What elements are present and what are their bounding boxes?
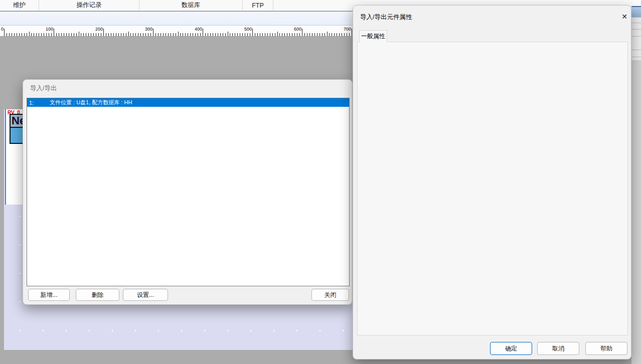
- ruler-tick: [74, 33, 74, 36]
- close-button[interactable]: 关闭: [311, 289, 349, 301]
- ruler-tick: [34, 33, 34, 36]
- ruler-tick: [235, 33, 235, 36]
- panel-titlebar-edge: [631, 6, 641, 17]
- settings-button[interactable]: 设置...: [123, 289, 168, 301]
- close-icon[interactable]: ✕: [619, 11, 630, 22]
- ruler-tick: [121, 33, 121, 36]
- ruler-tick: [148, 33, 148, 36]
- ruler-tick: [56, 33, 57, 36]
- tab-general-properties[interactable]: 一般属性: [359, 30, 387, 42]
- ruler-label: 500: [244, 27, 252, 32]
- ruler-tick: [79, 32, 79, 36]
- import-export-list[interactable]: 1: 文件位置 : U盘1, 配方数据库 : HH: [27, 98, 350, 286]
- ruler-tick: [106, 33, 106, 36]
- ruler-tick: [19, 33, 20, 36]
- ruler-tick: [270, 33, 270, 36]
- ruler-tick: [185, 33, 186, 36]
- ruler-label: 700: [344, 27, 352, 32]
- ruler-tick: [267, 33, 268, 36]
- ruler-tick: [101, 33, 101, 36]
- ruler-tick: [113, 33, 114, 36]
- ruler-tick: [228, 32, 228, 36]
- ruler-tick: [208, 33, 208, 36]
- ruler-tick: [153, 29, 153, 36]
- ruler-tick: [150, 33, 151, 36]
- ruler-tick: [255, 33, 255, 36]
- dialog-title: 导入/导出: [30, 84, 57, 93]
- ruler-tick: [352, 29, 352, 36]
- dialog-title: 导入/导出元件属性: [360, 13, 412, 22]
- ruler-label: 200: [95, 27, 103, 32]
- ruler-tick: [133, 33, 133, 36]
- ruler-tick: [135, 33, 136, 36]
- ruler-tick: [289, 33, 290, 36]
- ruler-tick: [7, 33, 7, 36]
- ruler-tick: [242, 33, 243, 36]
- ruler-tick: [334, 33, 335, 36]
- ruler-tick: [158, 33, 158, 36]
- menu-tab-maintenance[interactable]: 维护: [0, 0, 39, 11]
- ruler-tick: [36, 33, 37, 36]
- ruler-tick: [76, 33, 77, 36]
- ruler-tick: [250, 33, 250, 36]
- ruler-tick: [22, 33, 22, 36]
- ruler-tick: [329, 33, 330, 36]
- ruler-tick: [215, 33, 216, 36]
- ruler-tick: [17, 33, 17, 36]
- menu-tab-operation-log[interactable]: 操作记录: [39, 0, 139, 11]
- ruler-tick: [299, 33, 300, 36]
- menu-tab-database[interactable]: 数据库: [139, 0, 243, 11]
- ruler-tick: [29, 32, 30, 36]
- ruler-tick: [257, 33, 258, 36]
- tab-content-panel: [357, 42, 628, 335]
- menu-tab-ftp[interactable]: FTP: [243, 0, 273, 11]
- list-item[interactable]: 1: 文件位置 : U盘1, 配方数据库 : HH: [27, 98, 349, 107]
- ruler-tick: [347, 33, 347, 36]
- ruler-tick: [218, 33, 218, 36]
- ruler-tick: [27, 33, 27, 36]
- ruler-tick: [54, 29, 54, 36]
- ruler-label: 0: [1, 27, 4, 32]
- ruler-tick: [230, 33, 230, 36]
- ruler-tick: [193, 33, 193, 36]
- ruler-tick: [252, 29, 253, 36]
- ruler-tick: [108, 33, 109, 36]
- ruler-tick: [51, 33, 52, 36]
- ruler-tick: [138, 33, 138, 36]
- ruler-tick: [91, 33, 91, 36]
- list-item-text: 文件位置 : U盘1, 配方数据库 : HH: [50, 99, 132, 106]
- ruler-tick: [247, 33, 248, 36]
- ruler-tick: [297, 33, 297, 36]
- ruler-tick: [319, 33, 320, 36]
- ruler-tick: [103, 29, 104, 36]
- ruler-tick: [307, 33, 307, 36]
- add-button[interactable]: 新增...: [28, 289, 70, 301]
- ruler-tick: [81, 33, 81, 36]
- ruler-tick: [220, 33, 221, 36]
- ok-button[interactable]: 确定: [490, 342, 532, 355]
- ruler-tick: [287, 33, 287, 36]
- ruler-tick: [339, 33, 340, 36]
- ruler-tick: [205, 33, 206, 36]
- ruler-tick: [98, 33, 99, 36]
- ruler-tick: [284, 33, 285, 36]
- docked-panel-edge: [631, 0, 641, 364]
- cancel-button[interactable]: 取消: [537, 342, 579, 355]
- list-item-index: 1:: [29, 100, 50, 106]
- ruler-tick: [178, 32, 179, 36]
- ruler-label: 300: [145, 27, 153, 32]
- delete-button[interactable]: 删除: [76, 289, 119, 301]
- ruler-tick: [111, 33, 111, 36]
- ruler-label: 100: [46, 27, 54, 32]
- ruler-tick: [163, 33, 164, 36]
- help-button[interactable]: 帮助: [585, 342, 627, 355]
- ruler-tick: [294, 33, 295, 36]
- ruler-tick: [31, 33, 32, 36]
- ruler-tick: [327, 32, 328, 36]
- ruler-tick: [210, 33, 211, 36]
- ruler-tick: [44, 33, 44, 36]
- ruler-tick: [61, 33, 62, 36]
- ruler-tick: [262, 33, 263, 36]
- ruler-tick: [96, 33, 96, 36]
- ruler-tick: [168, 33, 169, 36]
